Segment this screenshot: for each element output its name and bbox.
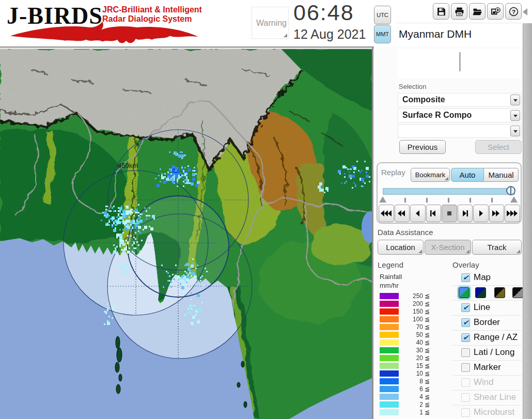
- forward-double-icon: [490, 210, 503, 217]
- playback-step-start-button[interactable]: [426, 205, 442, 222]
- previous-button[interactable]: Previous: [399, 140, 446, 154]
- legend-row: 200≦: [380, 300, 436, 308]
- save-button[interactable]: [433, 3, 449, 20]
- radar-map[interactable]: 450km: [0, 49, 373, 419]
- slider-end-marker-icon[interactable]: [510, 196, 518, 203]
- open-folder-button[interactable]: [469, 3, 486, 20]
- step-start-icon: [427, 210, 440, 217]
- dropdown-button[interactable]: [510, 110, 520, 121]
- lati-long-label: Lati / Long: [474, 347, 514, 358]
- legend-color-swatch: [380, 363, 399, 369]
- legend-value: 20: [400, 354, 423, 362]
- location-button[interactable]: Location: [378, 240, 424, 255]
- print-icon: [455, 7, 464, 17]
- save-icon: [436, 7, 446, 17]
- auto-mode-button[interactable]: Auto: [451, 168, 484, 182]
- map-style-swatch-3[interactable]: [494, 287, 505, 298]
- map-checkbox[interactable]: [461, 273, 470, 282]
- print-button[interactable]: [451, 3, 467, 20]
- legend-lte-sign: ≦: [425, 316, 430, 323]
- warning-button[interactable]: Warning: [252, 7, 289, 39]
- slider-start-marker-icon[interactable]: [379, 196, 386, 203]
- wind-label: Wind: [474, 377, 494, 387]
- forward-triple-icon: [506, 210, 519, 217]
- playback-stop-button[interactable]: [442, 205, 457, 222]
- map-label: Map: [474, 272, 491, 283]
- legend-lte-sign: ≦: [425, 354, 430, 362]
- range-ring-label: 450km: [118, 162, 138, 169]
- legend-color-swatch: [380, 386, 399, 392]
- help-icon: ?: [509, 7, 519, 17]
- legend-color-swatch: [380, 301, 399, 307]
- legend-lte-sign: ≦: [425, 323, 430, 331]
- shear-line-label: Shear Line: [474, 392, 516, 402]
- overlay-row-shear-line: Shear Line: [452, 391, 522, 406]
- playback-forward-triple-button[interactable]: [505, 205, 520, 222]
- map-style-swatch-4[interactable]: [512, 287, 523, 298]
- x-section-button[interactable]: X-Section: [425, 240, 471, 255]
- playback-rewind-button[interactable]: [410, 205, 426, 222]
- utc-button[interactable]: UTC: [374, 6, 391, 24]
- dropdown-data-type[interactable]: Composite: [398, 93, 522, 107]
- map-style-swatch-1[interactable]: [459, 287, 470, 298]
- dropdown-product[interactable]: Surface R Compo: [398, 108, 522, 122]
- legend-title: Rainfall: [380, 273, 402, 281]
- radar-map-canvas: 450km: [0, 49, 373, 419]
- rewind-double-icon: [396, 210, 408, 217]
- legend-color-swatch: [380, 293, 399, 299]
- legend-row: 1≦: [380, 409, 436, 416]
- menu-corner-icon: [418, 250, 422, 253]
- capture-add-button[interactable]: [487, 3, 504, 20]
- warning-label: Warning: [256, 19, 287, 28]
- lati-long-checkbox[interactable]: [461, 348, 470, 357]
- legend-value: 6: [400, 385, 423, 393]
- legend-lte-sign: ≦: [425, 331, 430, 338]
- marker-checkbox[interactable]: [461, 363, 470, 372]
- microburst-checkbox: [461, 408, 470, 417]
- selection-label: Selection: [399, 83, 426, 90]
- playback-rewind-triple-button[interactable]: [379, 205, 394, 222]
- right-scroll-strip[interactable]: [523, 23, 532, 419]
- rewind-triple-icon: [380, 210, 393, 217]
- dropdown-option[interactable]: [398, 124, 522, 138]
- replay-slider-track[interactable]: [383, 188, 515, 195]
- border-checkbox[interactable]: [461, 318, 470, 327]
- step-end-icon: [459, 210, 471, 217]
- track-button[interactable]: Track: [472, 240, 522, 255]
- line-checkbox[interactable]: [461, 303, 470, 312]
- station-title: Myanmar DMH: [399, 28, 472, 40]
- bookmark-button[interactable]: Bookmark: [411, 168, 450, 182]
- dropdown-button[interactable]: [510, 126, 520, 136]
- legend-value: 8: [400, 378, 423, 385]
- legend-color-swatch: [380, 378, 399, 384]
- legend-row: 150≦: [380, 308, 436, 316]
- chevron-down-icon: [513, 115, 518, 117]
- replay-slider-handle[interactable]: [506, 186, 515, 195]
- border-label: Border: [474, 317, 500, 328]
- overlay-row-marker: Marker: [452, 361, 522, 376]
- clock-time: 06:48: [293, 0, 354, 25]
- panel-collapse-arrow-icon[interactable]: [523, 8, 527, 15]
- range-az-checkbox[interactable]: [461, 333, 470, 342]
- legend-value: 250: [400, 292, 423, 300]
- capture-add-icon: [491, 7, 500, 17]
- header-separator: [397, 23, 522, 23]
- legend-lte-sign: ≦: [425, 308, 430, 315]
- playback-rewind-double-button[interactable]: [395, 205, 410, 222]
- manual-mode-button[interactable]: Manual: [484, 168, 519, 182]
- playback-forward-double-button[interactable]: [489, 205, 505, 222]
- playback-play-button[interactable]: [473, 205, 489, 222]
- legend-color-swatch: [380, 370, 399, 377]
- dropdown-button[interactable]: [510, 95, 520, 105]
- select-button[interactable]: Select: [475, 140, 522, 154]
- stop-icon: [443, 210, 456, 217]
- legend-row: 50≦: [380, 331, 436, 339]
- legend-value: 40: [400, 339, 423, 346]
- help-button[interactable]: ?: [505, 3, 522, 20]
- mmt-button[interactable]: MMT: [374, 25, 391, 43]
- map-style-swatch-2[interactable]: [475, 287, 486, 298]
- legend-value: 150: [400, 308, 423, 315]
- clock-date: 12 Aug 2021: [293, 27, 366, 42]
- playback-step-end-button[interactable]: [458, 205, 473, 222]
- legend-value: 15: [400, 362, 423, 369]
